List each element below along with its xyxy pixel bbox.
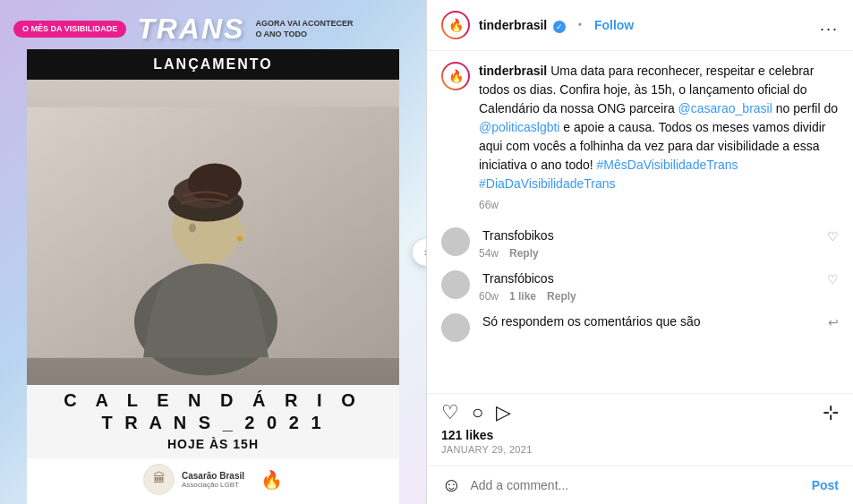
trans-title: TRANS [137, 13, 244, 46]
comment-heart-3: ↩ [828, 313, 839, 329]
caption-row: 🔥 tinderbrasil Uma data para reconhecer,… [441, 62, 839, 213]
comment-body-2: Transfóbicos 60w 1 like Reply [479, 270, 818, 303]
comment-text-1: Transfobikos [482, 228, 554, 243]
actions-bar: ♡ ○ ▷ ⊹ 121 likes JANUARY 29, 2021 [427, 393, 853, 466]
casarao-info: Casarão Brasil Associação LGBT [182, 471, 244, 489]
person-photo [27, 80, 399, 385]
comment-icon-3[interactable]: ↩ [828, 315, 839, 329]
tinder-flame-icon: 🔥 [260, 469, 283, 491]
heart-icon-1[interactable]: ♡ [827, 229, 839, 243]
lancamento-header: LANÇAMENTO [27, 49, 399, 80]
comment-text-3: Só respondem os comentários que são [482, 314, 701, 329]
caption-tinder-icon: 🔥 [448, 69, 464, 83]
caption-avatar-inner: 🔥 [443, 64, 468, 89]
comment-avatar-1 [441, 227, 470, 256]
caption-text: Uma data para reconhecer, respeitar e ce… [479, 64, 838, 191]
comment-body-3: Só respondem os comentários que são [479, 313, 819, 329]
casarao-name: Casarão Brasil [182, 471, 244, 481]
action-icons: ♡ ○ ▷ ⊹ [441, 401, 839, 424]
avatar: 🔥 [441, 11, 470, 39]
emoji-button[interactable]: ☺ [441, 474, 461, 497]
comment-row-3: Só respondem os comentários que são ↩ [441, 313, 839, 342]
likes-count: 121 likes [441, 428, 839, 442]
like-button[interactable]: ♡ [441, 401, 459, 424]
post-date: JANUARY 29, 2021 [441, 444, 839, 455]
avatar-inner: 🔥 [443, 13, 468, 38]
reply-button-2[interactable]: Reply [547, 290, 576, 303]
comment-avatar-3 [441, 313, 470, 342]
add-comment-bar: ☺ Post [427, 466, 853, 504]
follow-button[interactable]: Follow [594, 18, 634, 32]
mes-visibilidade-badge: O MÊS DA VISIBILIDADE [13, 21, 126, 38]
post-header: 🔥 tinderbrasil ✓ • Follow ... [427, 0, 853, 51]
comments-area: 🔥 tinderbrasil Uma data para reconhecer,… [427, 51, 853, 393]
svg-point-8 [189, 224, 196, 233]
comment-meta-1: 54w Reply [479, 247, 818, 260]
comment-input[interactable] [470, 478, 802, 492]
comment-time-2: 60w [479, 290, 499, 303]
svg-text:🏛: 🏛 [152, 471, 165, 485]
heart-icon-2[interactable]: ♡ [827, 272, 839, 286]
right-panel: 🔥 tinderbrasil ✓ • Follow ... 🔥 tinderbr… [426, 0, 853, 504]
comment-text-2: Transfóbicos [482, 271, 554, 286]
verified-badge: ✓ [553, 21, 566, 33]
comment-heart-2: ♡ [827, 270, 839, 286]
casarao-sub: Associação LGBT [182, 481, 244, 489]
header-username[interactable]: tinderbrasil ✓ [479, 17, 566, 33]
caption-username[interactable]: tinderbrasil [479, 64, 547, 78]
comment-row-2: Transfóbicos 60w 1 like Reply ♡ [441, 270, 839, 303]
share-button[interactable]: ▷ [496, 401, 511, 424]
caption-time: 66w [479, 197, 839, 213]
poster-area: LANÇAMENTO [27, 49, 399, 504]
comment-button[interactable]: ○ [472, 401, 483, 424]
reply-button-1[interactable]: Reply [509, 247, 539, 260]
comment-time-1: 54w [479, 247, 499, 260]
casarao-footer: 🏛 Casarão Brasil Associação LGBT 🔥 [27, 458, 399, 504]
post-comment-button[interactable]: Post [812, 478, 839, 492]
dot-separator: • [578, 19, 582, 31]
casarao-logo: 🏛 [143, 464, 175, 495]
caption-content: tinderbrasil Uma data para reconhecer, r… [479, 62, 839, 213]
trans2021-text: T R A N S _ 2 0 2 1 [101, 413, 324, 437]
bookmark-button[interactable]: ⊹ [823, 401, 839, 424]
comment-avatar-2 [441, 270, 470, 299]
svg-point-10 [237, 236, 243, 242]
calendario-text: C A L E N D Á R I O [64, 385, 363, 413]
comment-meta-2: 60w 1 like Reply [479, 290, 818, 303]
comment-body-1: Transfobikos 54w Reply [479, 227, 818, 260]
caption-avatar: 🔥 [441, 62, 470, 90]
post-image-panel: O MÊS DA VISIBILIDADE TRANS AGORA VAI AC… [0, 0, 426, 504]
comment-row: Transfobikos 54w Reply ♡ [441, 227, 839, 260]
comment-likes-2: 1 like [509, 290, 536, 303]
comment-heart-1: ♡ [827, 227, 839, 243]
more-options-button[interactable]: ... [820, 16, 839, 35]
agora-text: AGORA VAI ACONTECERO ANO TODO [255, 19, 353, 39]
svg-point-7 [188, 164, 242, 203]
hoje-text: HOJE ÀS 15H [167, 437, 259, 458]
tinder-logo-icon: 🔥 [448, 18, 464, 32]
